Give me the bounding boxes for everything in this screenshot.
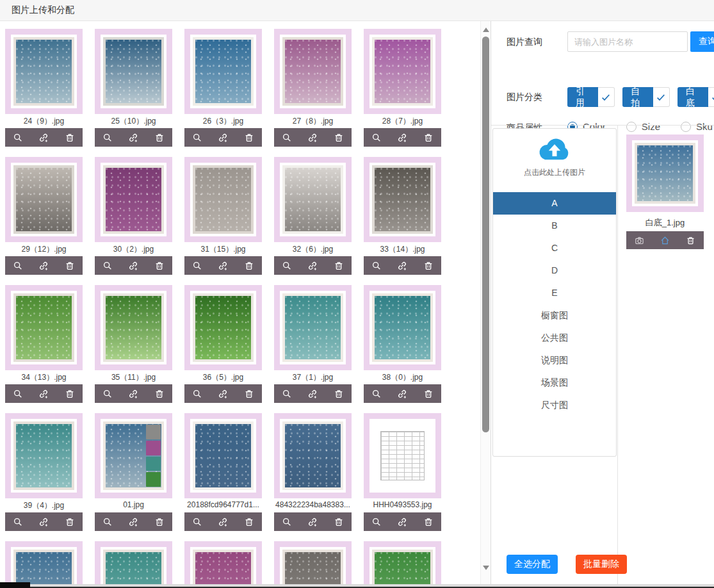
product-image-card[interactable] (95, 413, 172, 498)
scroll-up-icon[interactable] (483, 28, 489, 32)
product-image-card[interactable] (364, 29, 441, 114)
search-input[interactable] (567, 31, 688, 52)
delete-icon[interactable] (154, 260, 165, 272)
category-item[interactable]: 尺寸图 (493, 394, 616, 416)
category-item[interactable]: B (493, 215, 616, 237)
zoom-preview-icon[interactable] (191, 132, 203, 143)
zoom-preview-icon[interactable] (102, 260, 113, 272)
link-add-icon[interactable] (38, 260, 49, 272)
delete-icon[interactable] (243, 516, 255, 528)
batch-delete-button[interactable]: 批量删除 (576, 555, 627, 574)
delete-icon[interactable] (423, 132, 434, 143)
zoom-preview-icon[interactable] (102, 516, 113, 528)
zoom-preview-icon[interactable] (281, 516, 293, 528)
category-item[interactable]: 橱窗图 (493, 304, 616, 327)
delete-icon[interactable] (64, 132, 76, 143)
product-image-card[interactable] (95, 541, 172, 588)
zoom-preview-icon[interactable] (12, 388, 24, 400)
category-item[interactable]: D (493, 259, 616, 282)
classify-checkbox[interactable] (653, 87, 670, 107)
link-add-icon[interactable] (396, 132, 408, 143)
product-image-card[interactable] (184, 29, 262, 114)
assign-all-button[interactable]: 全选分配 (507, 555, 558, 574)
link-add-icon[interactable] (307, 388, 318, 400)
zoom-preview-icon[interactable] (371, 132, 382, 143)
link-add-icon[interactable] (38, 516, 49, 528)
product-image-card[interactable] (364, 541, 441, 588)
zoom-preview-icon[interactable] (191, 388, 203, 400)
product-image-card[interactable] (274, 285, 352, 370)
product-image-card[interactable] (5, 29, 83, 114)
search-button[interactable]: 查询 (690, 31, 714, 52)
link-add-icon[interactable] (217, 388, 229, 400)
category-item[interactable]: E (493, 282, 616, 304)
delete-icon[interactable] (685, 234, 697, 246)
link-add-icon[interactable] (396, 516, 408, 528)
product-image-card[interactable] (95, 157, 172, 242)
link-add-icon[interactable] (127, 132, 139, 143)
classify-checkbox[interactable] (708, 87, 714, 107)
delete-icon[interactable] (243, 260, 255, 272)
product-image-card[interactable] (95, 29, 172, 114)
link-add-icon[interactable] (396, 388, 408, 400)
zoom-preview-icon[interactable] (281, 388, 293, 400)
product-image-card[interactable] (364, 413, 441, 498)
upload-dropzone[interactable]: 点击此处上传图片 (493, 129, 616, 192)
delete-icon[interactable] (64, 388, 76, 400)
product-image-card[interactable] (364, 285, 441, 370)
zoom-preview-icon[interactable] (281, 132, 293, 143)
link-add-icon[interactable] (127, 260, 139, 272)
zoom-preview-icon[interactable] (371, 260, 382, 272)
link-add-icon[interactable] (38, 132, 49, 143)
delete-icon[interactable] (423, 260, 434, 272)
product-image-card[interactable] (5, 541, 83, 588)
link-add-icon[interactable] (127, 516, 139, 528)
classify-toggle[interactable]: 白底 (677, 87, 714, 107)
product-image-card[interactable] (184, 285, 262, 370)
classify-checkbox[interactable] (598, 87, 615, 107)
link-add-icon[interactable] (217, 132, 229, 143)
zoom-preview-icon[interactable] (12, 260, 24, 272)
delete-icon[interactable] (333, 260, 345, 272)
vertical-scrollbar[interactable] (480, 21, 491, 588)
link-add-icon[interactable] (307, 132, 318, 143)
product-image-card[interactable] (274, 29, 352, 114)
category-item[interactable]: A (493, 192, 616, 215)
product-image-card[interactable] (5, 285, 83, 370)
delete-icon[interactable] (154, 388, 165, 400)
zoom-preview-icon[interactable] (281, 260, 293, 272)
delete-icon[interactable] (64, 516, 76, 528)
zoom-preview-icon[interactable] (191, 516, 203, 528)
zoom-preview-icon[interactable] (12, 132, 24, 143)
category-item[interactable]: 说明图 (493, 349, 616, 372)
zoom-preview-icon[interactable] (12, 516, 24, 528)
link-add-icon[interactable] (217, 516, 229, 528)
zoom-preview-icon[interactable] (191, 260, 203, 272)
category-item[interactable]: C (493, 237, 616, 259)
product-image-card[interactable] (95, 285, 172, 370)
category-item[interactable]: 场景图 (493, 372, 616, 394)
product-image-card[interactable] (184, 157, 262, 242)
delete-icon[interactable] (423, 516, 434, 528)
link-add-icon[interactable] (396, 260, 408, 272)
scroll-down-icon[interactable] (483, 566, 489, 570)
zoom-preview-icon[interactable] (371, 388, 382, 400)
horizontal-scrollbar-thumb[interactable] (0, 582, 30, 588)
delete-icon[interactable] (243, 388, 255, 400)
link-add-icon[interactable] (217, 260, 229, 272)
delete-icon[interactable] (154, 132, 165, 143)
link-add-icon[interactable] (307, 516, 318, 528)
delete-icon[interactable] (333, 388, 345, 400)
product-image-card[interactable] (274, 541, 352, 588)
link-add-icon[interactable] (307, 260, 318, 272)
zoom-preview-icon[interactable] (102, 132, 113, 143)
classify-toggle[interactable]: 引用 (567, 87, 615, 107)
product-image-card[interactable] (364, 157, 441, 242)
zoom-preview-icon[interactable] (371, 516, 382, 528)
product-image-card[interactable] (274, 157, 352, 242)
zoom-preview-icon[interactable] (102, 388, 113, 400)
link-add-icon[interactable] (127, 388, 139, 400)
product-image-card[interactable] (184, 541, 262, 588)
assigned-image-card[interactable] (626, 135, 704, 212)
delete-icon[interactable] (243, 132, 255, 143)
